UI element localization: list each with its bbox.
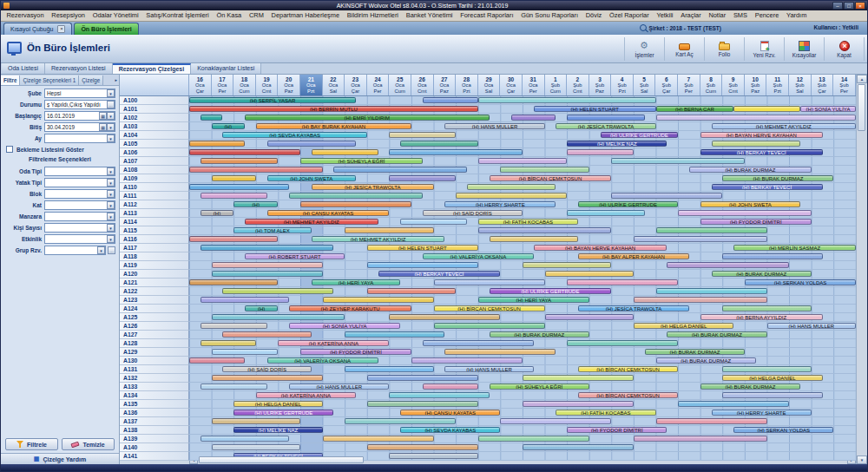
date-cell-13-ub[interactable]: 13ŞubÇar	[812, 75, 834, 95]
reservation-bar[interactable]	[367, 288, 456, 294]
room-timeline[interactable]	[189, 435, 856, 443]
reservation-bar[interactable]: (H) BİRCAN CEMKTOSUN	[578, 366, 678, 372]
checkbox-icon[interactable]	[6, 146, 13, 153]
close-button[interactable]: ×	[855, 2, 865, 10]
reservation-bar[interactable]	[389, 132, 456, 138]
date-cell-6-ub[interactable]: 6ŞubÇar	[655, 75, 678, 95]
reservation-bar[interactable]	[656, 115, 856, 121]
reservation-bar[interactable]: (H) HANS MULLER	[767, 323, 856, 329]
reservation-bar[interactable]	[611, 193, 722, 199]
room-timeline[interactable]: (H) HELGA DANİEL	[189, 400, 856, 409]
date-cell-20-oca[interactable]: 20OcaPaz	[278, 75, 300, 95]
reservation-bar[interactable]	[712, 141, 800, 147]
reservation-bar[interactable]: (H) SEVDA KAYABAŞ	[400, 427, 500, 433]
reservation-bar[interactable]: (H) HELEN STUART	[534, 106, 656, 112]
reservation-bar[interactable]: (H) VALERİYA OKSANA	[423, 253, 534, 259]
dropdown-icon[interactable]: ▾	[107, 167, 115, 175]
reservation-bar[interactable]: (H) MELİKE NAZ	[233, 427, 322, 433]
subtab-rezervasyon-izelgesi[interactable]: Rezervasyon Çizelgesi	[113, 63, 191, 74]
reservation-bar[interactable]: (H) BURAK DURMAZ	[722, 175, 833, 181]
room-timeline[interactable]: (H) HANS MULLER(H) SÜHEYLA EĞRİ(H) BURAK…	[189, 383, 856, 391]
field-etkinlik[interactable]: ▾	[44, 234, 115, 244]
reservation-bar[interactable]	[189, 149, 300, 155]
doc-tab-n-b-ro-i-lemleri[interactable]: Ön Büro İşlemleri	[74, 23, 138, 35]
reservation-bar[interactable]: (H) JESİCA TRAWOLTA	[312, 184, 434, 190]
panel-tab-izelge-se-enekleri-1[interactable]: Çizelge Seçenekleri 1	[20, 75, 79, 85]
h-scroll-thumb[interactable]	[199, 456, 364, 463]
reservation-bar[interactable]	[500, 418, 611, 424]
reservation-bar[interactable]: (H) HELGA DANİEL	[634, 323, 733, 329]
reservation-bar[interactable]: (H) MEHMET AKYILDIZ	[712, 123, 856, 129]
reservation-bar[interactable]: (H) BERNA AYYILDIZ	[700, 314, 823, 320]
menu-banket-y-netimi[interactable]: Banket Yönetimi	[402, 10, 456, 21]
dropdown-icon[interactable]: ▾	[107, 112, 115, 120]
reservation-bar[interactable]	[678, 401, 789, 407]
field-blok[interactable]: ▾	[44, 189, 115, 199]
reservation-bar[interactable]: (H) MEHMET AKYILDIZ	[312, 236, 445, 242]
field-ba-lang[interactable]: 16.01.2019▦▾	[44, 111, 115, 121]
reservation-bar[interactable]	[212, 314, 345, 320]
reservation-bar[interactable]	[389, 314, 500, 320]
reservation-bar[interactable]	[201, 297, 289, 303]
reservation-bar[interactable]	[345, 227, 433, 233]
clear-button[interactable]: Temizle	[62, 438, 115, 450]
reservation-bar[interactable]: (H) BERRİN MUTLU	[189, 106, 478, 112]
field-grup-rzv[interactable]: ▾	[44, 246, 106, 255]
date-cell-11-ub[interactable]: 11ŞubPzt	[766, 75, 789, 95]
reservation-bar[interactable]: (H) BERKAY TEVECİ	[378, 271, 501, 277]
date-cell-1-ub[interactable]: 1ŞubCum	[545, 75, 568, 95]
room-timeline[interactable]	[189, 261, 856, 270]
toolbar-button-yeni-rzv[interactable]: Yeni Rzv.	[745, 37, 785, 61]
reservation-bar[interactable]: (H)	[233, 201, 278, 207]
reservation-bar[interactable]: (H) BURAK DURMAZ	[656, 357, 756, 364]
room-timeline[interactable]: (H) EMRİ YILDIRIM	[189, 114, 856, 122]
reservation-bar[interactable]: (H) FYODOR DİMİTRİ	[300, 349, 411, 355]
room-timeline[interactable]: (H) ULRİKE GERTRUDE(H) CANSU KAYATAŞ(H) …	[189, 409, 856, 417]
scroll-down-icon[interactable]: ▼	[857, 456, 867, 464]
reservation-bar[interactable]: (H) SERKAN YOLDAŞ	[745, 279, 856, 285]
date-cell-29-oca[interactable]: 29OcaSal	[478, 75, 501, 95]
reservation-bar[interactable]	[189, 236, 278, 242]
toolbar-button-kart-a[interactable]: Kart Aç	[665, 37, 705, 61]
reservation-bar[interactable]: (H) BURAK DURMAZ	[712, 271, 812, 277]
reservation-bar[interactable]: (H) BİRCAN CEMKTOSUN	[434, 305, 545, 311]
reservation-bar[interactable]	[634, 236, 767, 242]
reservation-bar[interactable]	[212, 444, 300, 450]
dropdown-icon[interactable]: ▾	[97, 246, 105, 254]
date-cell-12-ub[interactable]: 12ŞubSal	[789, 75, 812, 95]
reservation-bar[interactable]	[434, 323, 545, 329]
reservation-bar[interactable]: (H) ULRİKE GERTRUDE	[233, 410, 333, 416]
room-timeline[interactable]: (H) SONİA YULİYA(H) HELGA DANİEL(H) HANS…	[189, 322, 856, 331]
reservation-bar[interactable]: (H) HELEN STUART	[367, 245, 478, 251]
room-timeline[interactable]: (H)(H) ZEYNEP KARAKUTU(H) BİRCAN CEMKTOS…	[189, 305, 856, 313]
date-cell-9-ub[interactable]: 9ŞubCmt	[722, 75, 745, 95]
date-cell-30-oca[interactable]: 30OcaÇar	[500, 75, 523, 95]
reservation-bar[interactable]	[467, 184, 556, 190]
reservation-bar[interactable]	[722, 253, 822, 259]
reservation-bar[interactable]	[400, 141, 478, 147]
reservation-bar[interactable]	[611, 158, 745, 164]
reservation-bar[interactable]: (H) SÜHEYLA EĞRİ	[490, 384, 589, 390]
field-manzara[interactable]: ▾	[44, 212, 115, 221]
date-cell-27-oca[interactable]: 27OcaPaz	[434, 75, 457, 95]
reservation-bar[interactable]	[212, 262, 323, 268]
reservation-bar[interactable]: (H) HERİ YAYA	[478, 297, 589, 303]
menu-n-kasa[interactable]: Ön Kasa	[213, 10, 246, 21]
dropdown-icon[interactable]: ▾	[107, 201, 115, 209]
menu-g-n-sonu-raporlar[interactable]: Gün Sonu Raporları	[517, 10, 582, 21]
reservation-bar[interactable]: (H) ULRİKE GERTRUDE	[601, 132, 679, 138]
field-kat[interactable]: ▾	[44, 200, 115, 210]
subtab-rezervasyon-listesi[interactable]: Rezervasyon Listesi	[45, 63, 113, 74]
menu-d-viz[interactable]: Döviz	[582, 10, 605, 21]
reservation-bar[interactable]	[523, 444, 634, 450]
room-timeline[interactable]: (H) KATERİNA ANNA(H) BİRCAN CEMKTOSUN	[189, 391, 856, 400]
reservation-bar[interactable]	[567, 279, 678, 285]
room-timeline[interactable]: (H)(H) BAY BURAK KAYAHAN(H) HANS MULLER(…	[189, 122, 856, 131]
reservation-bar[interactable]: (H) EMRİ YILDIRIM	[245, 115, 490, 121]
room-timeline[interactable]: (H) MEHMET AKYILDIZ(H) FATİH KOCABAŞ(H) …	[189, 218, 856, 226]
reservation-bar[interactable]	[456, 193, 567, 199]
reservation-bar[interactable]	[289, 193, 423, 199]
room-timeline[interactable]: (H) MELİKE NAZ(H) SEVDA KAYABAŞ(H) FYODO…	[189, 426, 856, 435]
menu-yard-m[interactable]: Yardım	[783, 10, 811, 21]
panel-tab-izelge[interactable]: Çizelge	[79, 75, 103, 85]
